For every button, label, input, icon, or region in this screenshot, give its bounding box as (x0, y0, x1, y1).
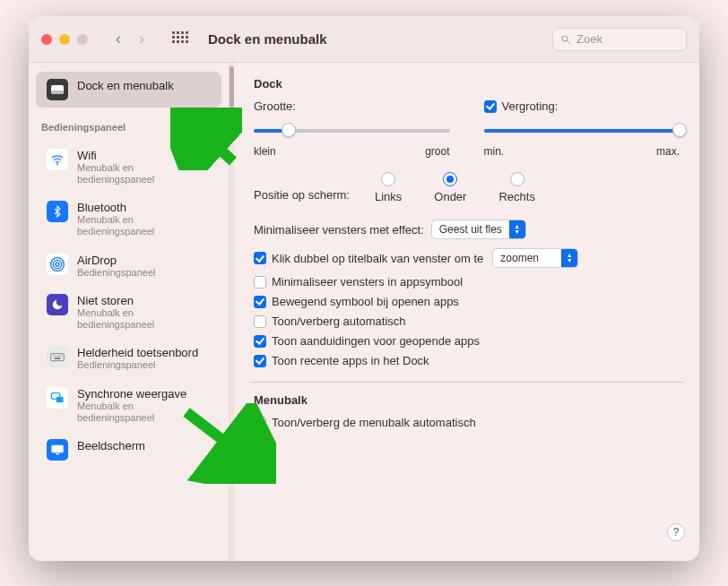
svg-rect-15 (56, 397, 64, 403)
sidebar-item-label: Niet storen (77, 294, 211, 307)
dock-section-title: Dock (254, 77, 680, 90)
sidebar-item-airdrop[interactable]: AirDropBedieningspaneel (36, 246, 221, 286)
svg-point-12 (60, 356, 61, 357)
sidebar-item-label: Wifi (77, 149, 211, 162)
dock-option-checkbox-3[interactable] (254, 335, 266, 348)
minimize-effect-label: Minimaliseer vensters met effect: (254, 223, 424, 237)
mag-max-label: max. (656, 145, 680, 158)
sidebar: Dock en menubalk Bedieningspaneel WifiMe… (29, 63, 230, 561)
sidebar-section-header: Bedieningspaneel (29, 113, 229, 136)
close-window-button[interactable] (41, 34, 52, 45)
position-radio-rechts[interactable]: Rechts (498, 172, 534, 203)
prefs-window: ‹ › Dock en menubalk Zoek (29, 16, 699, 561)
svg-rect-16 (51, 445, 63, 453)
sidebar-item-helderheid-toetsenbord[interactable]: Helderheid toetsenbordBedieningspaneel (36, 339, 221, 378)
search-icon (560, 34, 571, 45)
dblclick-action-value: zoomen (500, 252, 539, 264)
sidebar-item-niet-storen[interactable]: Niet storenMenubalk en bedieningspaneel (36, 287, 221, 337)
position-radio-label: Rechts (498, 190, 534, 203)
svg-point-6 (53, 260, 61, 268)
airdrop-icon (47, 254, 68, 275)
sidebar-item-label: Dock en menubalk (77, 79, 174, 92)
kbd-icon (47, 346, 68, 367)
help-button[interactable]: ? (667, 523, 685, 541)
sidebar-item-beeldscherm[interactable]: Beeldscherm (36, 432, 221, 468)
sidebar-item-sublabel: Bedieningspaneel (77, 359, 198, 371)
radio-dot (510, 172, 524, 186)
main-pane: Dock Grootte: klein groot (234, 63, 699, 561)
display-icon (47, 439, 68, 461)
size-min-label: klein (254, 145, 276, 158)
section-divider (250, 382, 683, 383)
select-stepper-icon: ▲▼ (509, 220, 525, 238)
svg-point-5 (56, 263, 59, 266)
sidebar-item-synchrone-weergave[interactable]: Synchrone weergaveMenubalk en bedienings… (36, 380, 221, 430)
radio-dot (443, 172, 457, 186)
svg-point-11 (58, 356, 59, 357)
sidebar-item-label: Bluetooth (77, 201, 211, 214)
sidebar-item-bluetooth[interactable]: BluetoothMenubalk en bedieningspaneel (36, 194, 221, 244)
size-slider[interactable] (254, 122, 450, 140)
position-radio-onder[interactable]: Onder (434, 172, 466, 203)
window-controls (41, 34, 88, 45)
sidebar-item-sublabel: Bedieningspaneel (77, 267, 155, 279)
magnification-label: Vergroting: (502, 99, 559, 113)
menubar-autohide-checkbox[interactable] (254, 417, 266, 429)
svg-rect-8 (51, 354, 65, 361)
nav-forward-button[interactable]: › (131, 29, 152, 50)
dock-option-checkbox-4[interactable] (254, 355, 266, 367)
svg-point-0 (562, 36, 568, 41)
dnd-icon (47, 294, 68, 315)
size-label: Grootte: (254, 99, 450, 113)
svg-point-9 (53, 356, 54, 357)
sidebar-item-sublabel: Menubalk en bedieningspaneel (77, 162, 211, 185)
minimize-effect-select[interactable]: Geest uit fles ▲▼ (431, 220, 526, 239)
position-label: Positie op scherm: (254, 172, 350, 202)
sidebar-item-sublabel: Menubalk en bedieningspaneel (77, 214, 211, 237)
show-all-prefs-button[interactable] (172, 31, 188, 47)
dock-option-label: Toon aanduidingen voor geopende apps (272, 334, 480, 348)
dock-option-checkbox-0[interactable] (254, 276, 266, 289)
dock-option-label: Toon/verberg automatisch (272, 315, 406, 328)
position-radio-label: Onder (434, 190, 466, 203)
dblclick-label: Klik dubbel op titelbalk van venster om … (272, 252, 483, 265)
radio-dot (381, 172, 395, 186)
search-field[interactable]: Zoek (552, 28, 687, 51)
sidebar-item-sublabel: Menubalk en bedieningspaneel (77, 401, 211, 423)
dblclick-action-select[interactable]: zoomen ▲▼ (492, 248, 578, 268)
svg-line-1 (568, 40, 570, 43)
minimize-window-button[interactable] (59, 34, 70, 45)
bt-icon (47, 201, 68, 222)
sidebar-item-label: Beeldscherm (77, 439, 145, 452)
nav-back-button[interactable]: ‹ (108, 29, 129, 50)
size-max-label: groot (425, 145, 449, 158)
dock-option-label: Minimaliseer vensters in appsymbool (272, 275, 463, 289)
minimize-effect-value: Geest uit fles (439, 223, 502, 236)
sidebar-item-label: Synchrone weergave (77, 387, 211, 401)
sidebar-item-label: Helderheid toetsenbord (77, 346, 198, 359)
select-stepper-icon: ▲▼ (561, 249, 577, 267)
window-toolbar: ‹ › Dock en menubalk Zoek (29, 16, 699, 63)
svg-point-10 (56, 356, 56, 357)
mag-min-label: min. (484, 145, 505, 158)
wifi-icon (47, 149, 68, 170)
position-radio-label: Links (375, 190, 402, 203)
sidebar-item-sublabel: Menubalk en bedieningspaneel (77, 307, 211, 330)
dock-option-checkbox-2[interactable] (254, 315, 266, 328)
search-placeholder: Zoek (576, 32, 602, 46)
zoom-window-button[interactable] (77, 34, 88, 45)
window-title: Dock en menubalk (208, 31, 327, 47)
mirror-icon (47, 387, 68, 409)
position-radio-links[interactable]: Links (375, 172, 402, 203)
dock-option-checkbox-1[interactable] (254, 296, 266, 308)
svg-rect-17 (56, 453, 59, 454)
menubar-autohide-label: Toon/verberg de menubalk automatisch (272, 416, 476, 429)
sidebar-item-wifi[interactable]: WifiMenubalk en bedieningspaneel (36, 142, 221, 192)
magnification-slider[interactable] (484, 122, 680, 140)
sidebar-item-dock-menubar[interactable]: Dock en menubalk (36, 72, 221, 108)
dock-option-label: Bewegend symbool bij openen apps (272, 295, 459, 308)
svg-rect-13 (55, 358, 61, 359)
magnification-checkbox[interactable] (484, 100, 497, 113)
dblclick-checkbox[interactable] (254, 252, 266, 264)
dock-option-label: Toon recente apps in het Dock (272, 354, 429, 367)
